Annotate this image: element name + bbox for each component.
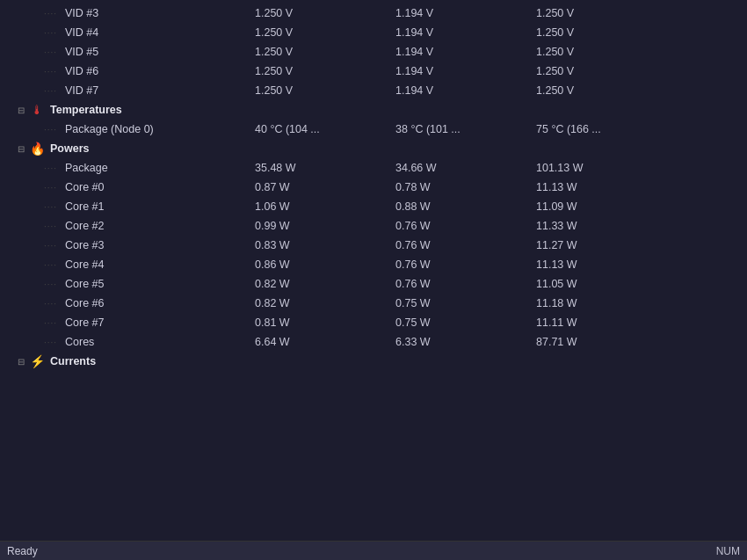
tree-row-currents: ⊟⚡ Currents bbox=[0, 352, 747, 371]
val1-core4: 0.86 W bbox=[246, 258, 387, 271]
row-label-core5: Core #5 bbox=[65, 278, 104, 290]
val3-vid4: 1.250 V bbox=[527, 26, 650, 39]
val1-vid5: 1.250 V bbox=[246, 46, 387, 58]
connector: ···· bbox=[44, 86, 62, 96]
val1-core3: 0.83 W bbox=[246, 239, 387, 251]
expand-icon-temperatures[interactable]: ⊟ bbox=[18, 105, 25, 115]
row-label-powers: Powers bbox=[50, 142, 89, 155]
tree-row-core3: ···· Core #3 0.83 W 0.76 W 11.27 W bbox=[0, 236, 747, 255]
tree-row-core0: ···· Core #0 0.87 W 0.78 W 11.13 W bbox=[0, 178, 747, 197]
val3-pkg-power: 101.13 W bbox=[527, 162, 650, 174]
powers-icon: 🔥 bbox=[30, 142, 44, 156]
label-col-package-node0: ···· Package (Node 0) bbox=[0, 123, 246, 135]
label-col-core6: ···· Core #6 bbox=[0, 297, 246, 309]
connector: ···· bbox=[44, 318, 62, 328]
val2-core0: 0.78 W bbox=[387, 181, 527, 193]
tree-row-core4: ···· Core #4 0.86 W 0.76 W 11.13 W bbox=[0, 255, 747, 274]
val2-vid7: 1.194 V bbox=[387, 84, 527, 97]
row-label-core7: Core #7 bbox=[65, 316, 104, 329]
row-label-core0: Core #0 bbox=[65, 181, 104, 193]
connector: ···· bbox=[44, 222, 62, 231]
val2-core7: 0.75 W bbox=[387, 316, 527, 329]
tree-row-temperatures: ⊟🌡 Temperatures bbox=[0, 100, 747, 120]
val2-vid3: 1.194 V bbox=[387, 7, 527, 19]
connector: ···· bbox=[44, 183, 62, 193]
status-ready-label: Ready bbox=[7, 545, 38, 557]
connector: ···· bbox=[44, 125, 62, 135]
val3-core1: 11.09 W bbox=[527, 200, 650, 213]
connector: ···· bbox=[44, 280, 62, 289]
thermometer-icon: 🌡 bbox=[30, 103, 44, 117]
val1-core5: 0.82 W bbox=[246, 278, 387, 290]
tree-row-vid4: ···· VID #4 1.250 V 1.194 V 1.250 V bbox=[0, 23, 747, 42]
val2-core6: 0.75 W bbox=[387, 297, 527, 309]
label-col-core7: ···· Core #7 bbox=[0, 316, 246, 329]
val3-core2: 11.33 W bbox=[527, 220, 650, 232]
row-label-vid7: VID #7 bbox=[65, 84, 98, 97]
label-col-core1: ···· Core #1 bbox=[0, 200, 246, 213]
val3-cores: 87.71 W bbox=[527, 336, 650, 348]
val1-cores: 6.64 W bbox=[246, 336, 387, 348]
expand-icon-powers[interactable]: ⊟ bbox=[18, 144, 25, 154]
val1-core2: 0.99 W bbox=[246, 220, 387, 232]
currents-icon: ⚡ bbox=[30, 354, 44, 368]
connector: ···· bbox=[44, 260, 62, 270]
tree-panel: ···· VID #3 1.250 V 1.194 V 1.250 V ····… bbox=[0, 0, 747, 541]
val2-pkg-power: 34.66 W bbox=[387, 162, 527, 174]
val1-vid4: 1.250 V bbox=[246, 26, 387, 39]
connector: ···· bbox=[44, 67, 62, 76]
tree-row-package-node0: ···· Package (Node 0) 40 °C (104 ... 38 … bbox=[0, 120, 747, 139]
connector: ···· bbox=[44, 47, 62, 57]
val1-core6: 0.82 W bbox=[246, 297, 387, 309]
row-label-vid6: VID #6 bbox=[65, 65, 98, 77]
connector: ···· bbox=[44, 9, 62, 18]
label-col-vid3: ···· VID #3 bbox=[0, 7, 246, 19]
val2-core2: 0.76 W bbox=[387, 220, 527, 232]
label-col-core0: ···· Core #0 bbox=[0, 181, 246, 193]
val3-vid6: 1.250 V bbox=[527, 65, 650, 77]
label-col-currents: ⊟⚡ Currents bbox=[0, 354, 246, 368]
val2-vid5: 1.194 V bbox=[387, 46, 527, 58]
tree-row-pkg-power: ···· Package 35.48 W 34.66 W 101.13 W bbox=[0, 158, 747, 178]
connector: ···· bbox=[44, 338, 62, 347]
val3-core6: 11.18 W bbox=[527, 297, 650, 309]
connector: ···· bbox=[44, 28, 62, 38]
val1-vid6: 1.250 V bbox=[246, 65, 387, 77]
tree-row-core1: ···· Core #1 1.06 W 0.88 W 11.09 W bbox=[0, 197, 747, 216]
row-label-core4: Core #4 bbox=[65, 258, 104, 271]
val2-core5: 0.76 W bbox=[387, 278, 527, 290]
tree-row-vid5: ···· VID #5 1.250 V 1.194 V 1.250 V bbox=[0, 42, 747, 62]
row-label-core3: Core #3 bbox=[65, 239, 104, 251]
tree-row-core5: ···· Core #5 0.82 W 0.76 W 11.05 W bbox=[0, 274, 747, 294]
row-label-temperatures: Temperatures bbox=[50, 104, 122, 116]
label-col-core4: ···· Core #4 bbox=[0, 258, 246, 271]
expand-icon-currents[interactable]: ⊟ bbox=[18, 357, 25, 367]
val2-cores: 6.33 W bbox=[387, 336, 527, 348]
val2-core3: 0.76 W bbox=[387, 239, 527, 251]
connector: ···· bbox=[44, 241, 62, 251]
connector: ···· bbox=[44, 164, 62, 173]
val1-package-node0: 40 °C (104 ... bbox=[246, 123, 387, 135]
label-col-core5: ···· Core #5 bbox=[0, 278, 246, 290]
val3-vid3: 1.250 V bbox=[527, 7, 650, 19]
label-col-powers: ⊟🔥 Powers bbox=[0, 142, 246, 156]
connector: ···· bbox=[44, 299, 62, 309]
val2-vid6: 1.194 V bbox=[387, 65, 527, 77]
val2-package-node0: 38 °C (101 ... bbox=[387, 123, 527, 135]
val1-vid7: 1.250 V bbox=[246, 84, 387, 97]
row-label-pkg-power: Package bbox=[65, 162, 108, 174]
tree-row-vid6: ···· VID #6 1.250 V 1.194 V 1.250 V bbox=[0, 62, 747, 81]
label-col-vid7: ···· VID #7 bbox=[0, 84, 246, 97]
val1-core1: 1.06 W bbox=[246, 200, 387, 213]
val3-vid5: 1.250 V bbox=[527, 46, 650, 58]
label-col-vid4: ···· VID #4 bbox=[0, 26, 246, 39]
label-col-core2: ···· Core #2 bbox=[0, 220, 246, 232]
row-label-package-node0: Package (Node 0) bbox=[65, 123, 154, 135]
val3-core3: 11.27 W bbox=[527, 239, 650, 251]
row-label-vid4: VID #4 bbox=[65, 26, 98, 39]
label-col-vid6: ···· VID #6 bbox=[0, 65, 246, 77]
status-num-label: NUM bbox=[716, 545, 740, 557]
val3-core5: 11.05 W bbox=[527, 278, 650, 290]
tree-row-vid3: ···· VID #3 1.250 V 1.194 V 1.250 V bbox=[0, 4, 747, 23]
tree-row-core6: ···· Core #6 0.82 W 0.75 W 11.18 W bbox=[0, 294, 747, 313]
